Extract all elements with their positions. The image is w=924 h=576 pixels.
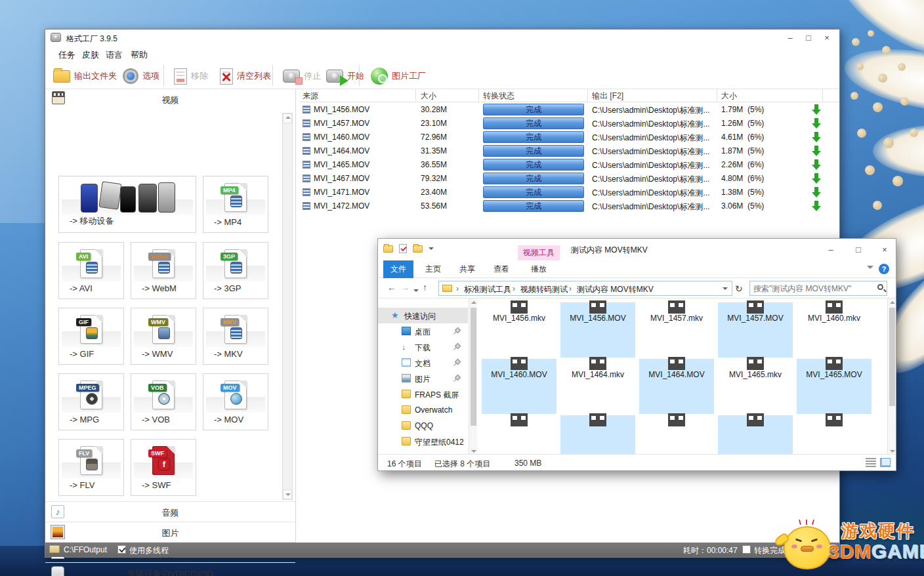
table-row[interactable]: MVI_1465.MOV 36.55M 完成 C:\Users\admin\De… xyxy=(299,158,839,172)
tab-home[interactable]: 主页 xyxy=(419,260,448,278)
file-item[interactable]: MVI_1464.MOV xyxy=(639,359,714,414)
file-item[interactable]: MVI_1465.mkv xyxy=(718,359,793,414)
table-row[interactable]: MVI_1460.MOV 72.96M 完成 C:\Users\admin\De… xyxy=(299,131,839,144)
table-row[interactable]: MVI_1472.MOV 53.56M 完成 C:\Users\admin\De… xyxy=(299,199,839,213)
search-box[interactable] xyxy=(749,281,887,296)
close-button[interactable]: × xyxy=(818,32,835,44)
file-item[interactable] xyxy=(639,415,714,455)
table-row[interactable]: MVI_1467.MOV 79.32M 完成 C:\Users\admin\De… xyxy=(299,172,839,186)
minimize-button[interactable]: – xyxy=(782,32,799,44)
nav-quick-access[interactable]: ★ 快速访问 xyxy=(378,308,468,323)
history-dropdown-icon[interactable] xyxy=(413,289,419,295)
card-flv[interactable]: FLV -> FLV xyxy=(58,439,124,496)
col-size[interactable]: 大小 xyxy=(421,91,436,102)
folder-icon[interactable] xyxy=(383,245,393,253)
table-row[interactable]: MVI_1457.MOV 23.10M 完成 C:\Users\admin\De… xyxy=(299,117,839,131)
tab-file[interactable]: 文件 xyxy=(383,260,413,278)
breadcrumb-item[interactable]: 视频转码测试 xyxy=(520,284,568,295)
up-icon[interactable]: ↑ xyxy=(423,282,427,293)
table-header[interactable]: 来源 大小 转换状态 输出 [F2] 大小 xyxy=(299,88,839,102)
card-avi[interactable]: AVI -> AVI xyxy=(58,242,124,299)
nav-folder-overwatch[interactable]: Overwatch xyxy=(378,402,468,418)
done-checkbox[interactable] xyxy=(742,545,751,554)
file-item[interactable]: MVI_1465.MOV xyxy=(797,359,872,414)
card-gif[interactable]: GIF -> GIF xyxy=(58,308,124,365)
col-output[interactable]: 输出 [F2] xyxy=(592,91,623,102)
card-mpg[interactable]: MPEG -> MPG xyxy=(58,373,124,430)
details-view-icon[interactable] xyxy=(866,458,876,467)
card-wmv[interactable]: WMV -> WMV xyxy=(131,308,196,365)
scroll-up-icon[interactable] xyxy=(283,113,292,123)
explorer-titlebar[interactable]: 视频工具 测试内容 MOV转MKV – □ × xyxy=(378,239,896,260)
table-row[interactable]: MVI_1464.MOV 31.35M 完成 C:\Users\admin\De… xyxy=(299,144,839,158)
card-webm[interactable]: webm -> WebM xyxy=(131,242,196,299)
file-item[interactable]: MVI_1457.MOV xyxy=(718,302,793,358)
clear-list-button[interactable]: 清空列表 xyxy=(220,65,271,87)
ribbon-collapse-icon[interactable] xyxy=(867,266,873,272)
grid-scrollbar[interactable] xyxy=(887,298,896,455)
ff-titlebar[interactable]: 格式工厂 3.9.5 – □ × xyxy=(45,30,839,47)
menu-language[interactable]: 语言 xyxy=(106,49,123,61)
refresh-icon[interactable]: ↻ xyxy=(735,283,743,294)
card-mp4[interactable]: MP4 -> MP4 xyxy=(203,176,268,233)
file-item[interactable] xyxy=(482,415,556,455)
sidebar-scrollbar[interactable] xyxy=(282,113,293,500)
tab-view[interactable]: 查看 xyxy=(487,260,516,278)
output-folder-button[interactable]: 输出文件夹 xyxy=(53,65,117,87)
customize-qat-icon[interactable] xyxy=(429,247,434,253)
menu-tasks[interactable]: 任务 xyxy=(58,49,75,61)
nav-documents[interactable]: 文档 xyxy=(378,355,468,371)
contextual-tab-video-tools[interactable]: 视频工具 xyxy=(518,245,560,260)
file-item[interactable]: MVI_1460.MOV xyxy=(482,359,556,414)
remove-button[interactable]: 移除 xyxy=(174,65,208,87)
card-swf[interactable]: SWFf -> SWF xyxy=(131,439,196,496)
col-outsize[interactable]: 大小 xyxy=(721,91,737,102)
options-button[interactable]: 选项 xyxy=(123,65,159,87)
scroll-down-icon[interactable] xyxy=(890,450,895,453)
search-input[interactable] xyxy=(753,283,870,294)
thumbnails-view-icon[interactable] xyxy=(880,458,891,467)
card-vob[interactable]: VOB -> VOB xyxy=(131,373,196,430)
tab-share[interactable]: 共享 xyxy=(453,260,482,278)
section-picture[interactable]: 图片 xyxy=(45,522,295,542)
forward-icon[interactable]: → xyxy=(400,282,410,293)
menu-help[interactable]: 帮助 xyxy=(131,49,148,61)
col-source[interactable]: 来源 xyxy=(303,91,318,102)
nav-folder-wallpaper[interactable]: 守望壁纸0412 xyxy=(378,434,468,449)
back-icon[interactable]: ← xyxy=(387,282,396,293)
scroll-up-icon[interactable] xyxy=(890,301,895,304)
scroll-up-icon[interactable] xyxy=(471,301,476,304)
nav-scrollbar[interactable] xyxy=(469,298,477,455)
scroll-down-icon[interactable] xyxy=(471,450,476,453)
close-button[interactable]: × xyxy=(876,244,893,256)
col-status[interactable]: 转换状态 xyxy=(483,91,514,102)
card-mkv[interactable]: MKV -> MKV xyxy=(203,308,268,365)
picture-factory-button[interactable]: 图片工厂 xyxy=(371,65,426,87)
card-mobile-devices[interactable]: -> 移动设备 xyxy=(58,176,196,233)
stop-button[interactable]: 停止 xyxy=(283,65,321,87)
nav-folder-fraps[interactable]: FRAPS 截屏 xyxy=(378,386,468,402)
breadcrumb-item[interactable]: 标准测试工具 xyxy=(464,284,511,295)
nav-downloads[interactable]: ↓ 下载 xyxy=(378,339,468,355)
card-mov[interactable]: MOV -> MOV xyxy=(203,373,268,430)
file-item[interactable] xyxy=(718,415,793,455)
help-icon[interactable]: ? xyxy=(879,264,889,274)
nav-folder-qqq[interactable]: QQQ xyxy=(378,418,468,434)
new-folder-icon[interactable] xyxy=(413,245,423,253)
section-audio[interactable]: ♪ 音频 xyxy=(45,501,295,522)
file-item[interactable]: MVI_1464.mkv xyxy=(560,359,635,414)
file-item[interactable] xyxy=(797,415,872,455)
video-section-header[interactable]: 视频 xyxy=(45,89,295,109)
file-item[interactable]: MVI_1457.mkv xyxy=(639,302,714,358)
maximize-button[interactable]: □ xyxy=(800,32,817,44)
nav-pictures[interactable]: 图片 xyxy=(378,371,468,386)
breadcrumb-item[interactable]: 测试内容 MOV转MKV xyxy=(577,284,654,295)
maximize-button[interactable]: □ xyxy=(850,244,867,256)
properties-icon[interactable] xyxy=(399,244,407,253)
section-disc[interactable]: 光驱设备\DVD\CD\ISO xyxy=(45,562,295,576)
output-folder-mini-icon[interactable] xyxy=(49,545,60,553)
table-row[interactable]: MVI_1471.MOV 23.40M 完成 C:\Users\admin\De… xyxy=(299,186,839,199)
output-path[interactable]: C:\FFOutput xyxy=(64,545,107,554)
scroll-down-icon[interactable] xyxy=(283,489,292,499)
table-row[interactable]: MVI_1456.MOV 30.28M 完成 C:\Users\admin\De… xyxy=(299,103,839,117)
